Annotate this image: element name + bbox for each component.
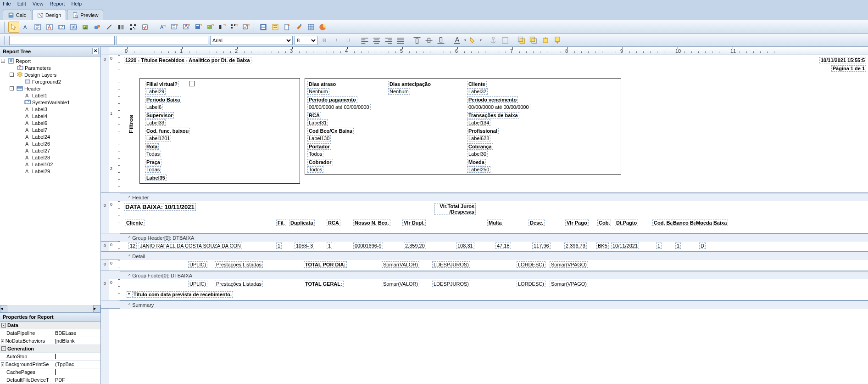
memo-tool[interactable] — [32, 22, 43, 33]
filter-label[interactable]: Profissional — [467, 128, 499, 134]
detail-rca[interactable]: 1 — [327, 243, 332, 249]
filter-label[interactable]: Rota — [145, 143, 159, 150]
filter-label[interactable]: Periodo Baixa — [145, 96, 181, 103]
dbcalc-tool[interactable] — [193, 22, 204, 33]
gf-uplic[interactable]: UPLIC) — [188, 261, 207, 268]
tree-node[interactable]: ALabel4 — [1, 113, 100, 119]
band-group-footer[interactable]: ^Group Footer[0]: DTBAIXA — [120, 271, 868, 279]
filter-value[interactable]: Label33 — [145, 119, 166, 126]
filter-value[interactable]: Label31 — [307, 119, 328, 126]
align-bottom-button[interactable] — [436, 35, 446, 45]
report-tree[interactable]: -Report?Parameters-Design LayersForegrou… — [0, 56, 100, 305]
filter-label[interactable]: Cobrança — [467, 143, 493, 150]
scroll-left-button[interactable]: ◂ — [0, 305, 7, 312]
chart-tool[interactable] — [317, 22, 328, 33]
gf-lordesc[interactable]: LORDESC) — [517, 261, 545, 268]
filter-value[interactable]: Nenhum — [307, 88, 329, 95]
report-title[interactable]: 1220 - Títulos Recebidos - Analítico por… — [124, 57, 251, 63]
dbtext-tool[interactable]: A — [157, 22, 168, 33]
filter-label[interactable]: Portador — [307, 143, 331, 150]
detail-codbaixa[interactable]: 1 — [656, 243, 662, 249]
prop-row[interactable]: +BackgroundPrintSe(TppBac — [0, 361, 100, 368]
prop-row[interactable]: DataPipelineBDELase — [0, 329, 100, 337]
tree-node[interactable]: ALabel29 — [1, 168, 100, 175]
close-tree-icon[interactable]: ✕ — [92, 48, 99, 54]
detail-moedabaixa[interactable]: D — [699, 243, 706, 249]
anchor-button[interactable] — [488, 35, 498, 45]
dbimage-tool[interactable] — [205, 22, 216, 33]
col-cob[interactable]: Cob. — [597, 220, 611, 226]
image-tool[interactable] — [80, 22, 91, 33]
tree-node[interactable]: ALabel102 — [1, 161, 100, 168]
tree-node[interactable]: ALabel24 — [1, 133, 100, 140]
dbrichtext-tool[interactable]: A — [181, 22, 192, 33]
band-summary[interactable]: ^Summary — [120, 300, 868, 309]
detail-vlrpago[interactable]: 2.396,73 — [564, 243, 587, 249]
underline-button[interactable]: U — [343, 35, 353, 45]
tree-node[interactable]: -Header — [1, 85, 100, 92]
col-moedabaixa[interactable]: Moeda Baixa — [695, 220, 728, 226]
tree-node[interactable]: [?]SystemVariable1 — [1, 99, 100, 106]
object-selector[interactable] — [9, 36, 115, 45]
gf-somarvalor[interactable]: Somar(VALOR) — [382, 261, 419, 268]
detail-dtpagto[interactable]: 10/11/2021 — [611, 243, 639, 249]
pagebreak-tool[interactable] — [282, 22, 293, 33]
menu-edit[interactable]: Edit — [17, 1, 26, 8]
gf-totaldia[interactable]: TOTAL POR DIA: — [304, 261, 347, 268]
col-juros[interactable]: Vlr.Total Juros /Despesas — [434, 203, 476, 215]
prop-row[interactable]: DefaultFileDeviceTPDF — [0, 376, 100, 384]
detail-desc[interactable]: 117,96 — [532, 243, 551, 249]
filter-label[interactable]: Período pagamento — [307, 96, 357, 103]
sm-prest[interactable]: Prestações Listadas — [215, 281, 263, 287]
filter-value[interactable]: Todos — [307, 166, 323, 173]
sm-despjuros[interactable]: LDESPJUROS) — [432, 281, 470, 287]
prop-group[interactable]: -Generation — [0, 345, 100, 353]
filter-value[interactable]: Label134 — [467, 119, 490, 126]
gf-prest[interactable]: Prestações Listadas — [215, 261, 263, 268]
filter-label[interactable]: Cliente — [467, 81, 487, 87]
col-multa[interactable]: Multa — [487, 220, 503, 226]
filter-label[interactable]: Filial virtual? — [145, 81, 179, 87]
bring-front-button[interactable] — [517, 35, 527, 45]
col-rca[interactable]: RCA — [327, 220, 340, 226]
pointer-tool[interactable] — [8, 22, 19, 33]
filter-value[interactable]: Todas — [145, 166, 161, 173]
band-group-header[interactable]: ^Group Header[0]: DTBAIXA — [120, 233, 868, 242]
detail-id[interactable]: 12 — [128, 243, 137, 249]
send-back-button[interactable] — [529, 35, 539, 45]
align-right-button[interactable] — [384, 35, 394, 45]
dbmemo-tool[interactable] — [169, 22, 180, 33]
col-vlrdupl[interactable]: Vlr Dupl. — [402, 220, 426, 226]
tab-calc[interactable]: Calc — [3, 10, 31, 20]
bring-forward-button[interactable] — [540, 35, 551, 45]
filter-label[interactable]: Moeda — [467, 159, 486, 165]
tree-node[interactable]: ?Parameters — [1, 64, 100, 71]
align-center-button[interactable] — [372, 35, 382, 45]
tree-node[interactable]: ALabel1 — [1, 92, 100, 99]
note-star[interactable]: * — [127, 291, 131, 298]
col-desc[interactable]: Desc. — [529, 220, 545, 226]
tree-node[interactable]: Foreground2 — [1, 78, 100, 85]
filter-label[interactable]: RCA — [307, 112, 321, 119]
detail-nosso[interactable]: 00001696-9 — [353, 243, 383, 249]
data-baixa-label[interactable]: DATA BAIXA: 10/11/2021 — [124, 203, 196, 211]
barcode2d-tool[interactable] — [128, 22, 139, 33]
variable-tool[interactable]: ab — [68, 22, 79, 33]
filter-label[interactable]: Cod. func. baixou — [145, 128, 190, 134]
filter-value[interactable]: Todas — [145, 151, 161, 157]
scroll-right-button[interactable]: ▸ — [93, 305, 100, 312]
filter-value[interactable]: Label6 — [145, 104, 163, 110]
prop-row[interactable]: AutoStop — [0, 353, 100, 361]
canvas[interactable]: 01234567891011 1220 - Títulos Recebidos … — [120, 47, 868, 384]
tree-node-report[interactable]: -Report — [1, 57, 100, 64]
col-dtpagto[interactable]: Dt.Pagto — [615, 220, 638, 226]
note-text[interactable]: Título com data prevista de recebimento. — [132, 291, 233, 298]
prop-row[interactable]: +NoDataBehaviors[ndBlank — [0, 337, 100, 345]
filter-value[interactable]: 00/00/0000 até 00/00/0000 — [467, 104, 530, 110]
col-cliente[interactable]: Cliente — [125, 220, 145, 226]
font-size-select[interactable]: 8 — [295, 36, 317, 45]
col-nosso[interactable]: Nosso N. Bco. — [353, 220, 390, 226]
filial-checkbox[interactable] — [189, 81, 195, 86]
sm-somarvalor[interactable]: Somar(VALOR) — [382, 281, 419, 287]
band-header[interactable]: ^Header — [120, 193, 868, 201]
